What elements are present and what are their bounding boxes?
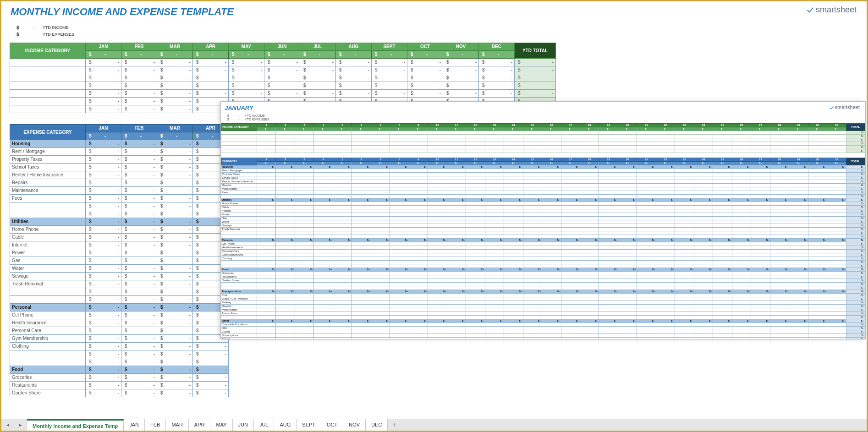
ov-cell[interactable] (428, 184, 447, 187)
ov-sec-cell[interactable]: $ - (770, 165, 789, 169)
ov-cell[interactable] (447, 312, 466, 316)
ov-tot-cell[interactable]: $ - (846, 228, 865, 231)
ov-cell[interactable] (504, 135, 523, 138)
ov-cell[interactable] (390, 301, 409, 305)
ov-cell[interactable] (542, 138, 561, 142)
ov-cell[interactable] (504, 195, 523, 198)
ov-cell[interactable] (694, 338, 713, 340)
ov-sec-cell[interactable]: $ - (409, 290, 428, 294)
ov-cell[interactable] (561, 250, 580, 253)
ov-cell[interactable] (656, 217, 675, 220)
cell[interactable]: $- (121, 288, 157, 296)
ov-cell[interactable] (675, 294, 694, 297)
ov-cell[interactable] (599, 180, 618, 184)
ov-cell[interactable] (599, 169, 618, 173)
cell[interactable]: $- (443, 74, 479, 82)
ov-cell[interactable] (599, 279, 618, 283)
ov-cell[interactable] (371, 316, 390, 319)
ov-cell[interactable] (770, 294, 789, 297)
ov-cell[interactable] (732, 187, 751, 191)
ov-sec-cell[interactable]: $ - (257, 290, 276, 294)
ov-cell[interactable] (352, 191, 371, 195)
ov-cell[interactable] (295, 217, 313, 220)
ov-sec-cell[interactable]: $ - (447, 198, 466, 202)
ov-cell[interactable] (523, 206, 542, 209)
ov-cell[interactable] (504, 323, 523, 327)
ov-cell[interactable] (561, 191, 580, 195)
ov-cell[interactable] (295, 131, 313, 135)
ov-cell[interactable] (466, 246, 485, 250)
ov-cell[interactable] (618, 242, 637, 246)
ov-cell[interactable] (523, 169, 542, 173)
ov-cell[interactable] (447, 173, 466, 176)
expense-label-cell[interactable]: Personal Care (10, 327, 86, 335)
income-label-cell[interactable] (10, 82, 86, 90)
ov-cell[interactable] (770, 209, 789, 213)
cell[interactable]: $- (300, 59, 336, 66)
ov-cell[interactable] (257, 146, 276, 149)
ov-cell[interactable] (808, 297, 827, 301)
ov-cell[interactable] (694, 305, 713, 308)
ov-cell[interactable] (390, 286, 409, 290)
ov-cell[interactable] (713, 242, 732, 246)
expense-label-cell[interactable]: Fees (10, 195, 86, 202)
ov-cell[interactable] (656, 142, 675, 146)
ov-cell[interactable] (675, 330, 694, 334)
ov-cell[interactable] (447, 131, 466, 135)
ov-cell[interactable] (808, 213, 827, 217)
ov-cell[interactable] (694, 146, 713, 149)
ov-cell[interactable] (751, 169, 770, 173)
ov-tot-cell[interactable]: $ - (846, 305, 865, 308)
ov-sec-cell[interactable]: $ - (523, 319, 542, 323)
ov-cell[interactable] (580, 305, 599, 308)
ov-cell[interactable] (333, 146, 352, 149)
ov-cell[interactable] (352, 283, 371, 286)
ov-cell[interactable] (485, 312, 504, 316)
ov-sec-cell[interactable]: $ - (694, 239, 713, 242)
ov-cell[interactable] (675, 242, 694, 246)
ov-cell[interactable] (580, 146, 599, 149)
ov-cell[interactable] (333, 149, 352, 153)
ov-cell[interactable] (314, 217, 333, 220)
ov-cell[interactable] (466, 338, 485, 340)
ov-cell[interactable] (523, 308, 542, 312)
ov-cell[interactable] (732, 250, 751, 253)
ov-cell[interactable] (599, 338, 618, 340)
ov-cell[interactable] (295, 138, 313, 142)
ov-cell[interactable] (694, 323, 713, 327)
ov-cell[interactable] (314, 209, 333, 213)
ov-cell[interactable] (713, 142, 732, 146)
ov-cell[interactable] (637, 213, 656, 217)
ov-cell[interactable] (770, 279, 789, 283)
ov-cell[interactable] (276, 213, 295, 217)
ov-cell[interactable] (599, 213, 618, 217)
ov-cell[interactable] (580, 316, 599, 319)
ov-sec-cell[interactable]: $ - (751, 239, 770, 242)
ov-cell[interactable] (314, 305, 333, 308)
ov-cell[interactable] (751, 334, 770, 338)
ov-cell[interactable] (732, 253, 751, 257)
ov-cell[interactable] (827, 242, 846, 246)
ov-sec-cell[interactable]: $ - (827, 165, 846, 169)
ov-cell[interactable] (542, 220, 561, 224)
ov-cell[interactable] (599, 261, 618, 264)
ov-cell[interactable] (523, 138, 542, 142)
ov-cell[interactable] (599, 272, 618, 275)
ov-cell[interactable] (808, 279, 827, 283)
ov-tot-cell[interactable]: $ - (846, 131, 865, 135)
ov-cell[interactable] (770, 213, 789, 217)
ov-cell[interactable] (428, 213, 447, 217)
ov-cell[interactable] (637, 297, 656, 301)
ov-cell[interactable] (257, 220, 276, 224)
ov-cell[interactable] (732, 316, 751, 319)
ov-cell[interactable] (333, 206, 352, 209)
ov-cell[interactable] (257, 279, 276, 283)
ov-cell[interactable] (694, 253, 713, 257)
ov-cell[interactable] (314, 301, 333, 305)
cell[interactable]: $- (443, 66, 479, 74)
ov-sec-cell[interactable]: $ - (751, 268, 770, 272)
ov-cell[interactable] (751, 279, 770, 283)
ov-cell[interactable] (371, 231, 390, 235)
ov-cell[interactable] (751, 272, 770, 275)
ov-sec-cell[interactable]: $ - (751, 290, 770, 294)
